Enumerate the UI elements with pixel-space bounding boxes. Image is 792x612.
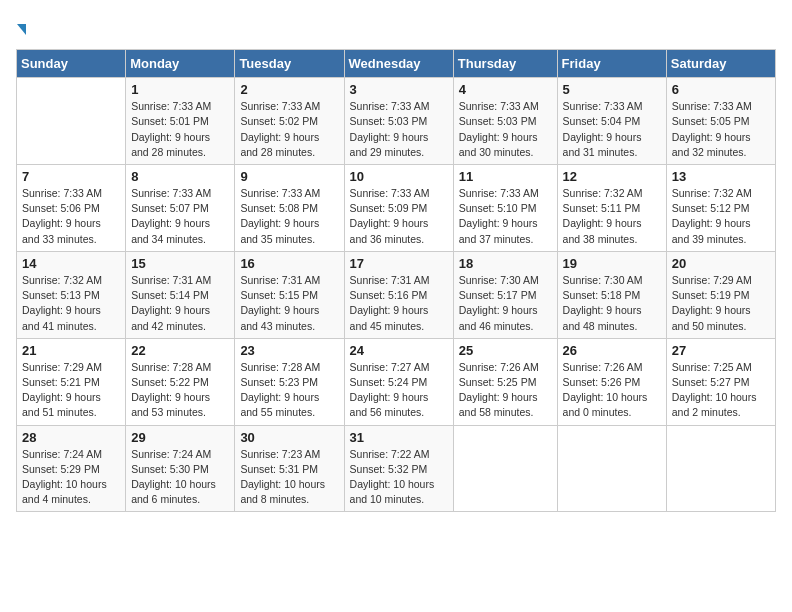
cell-info: Sunrise: 7:24 AM Sunset: 5:30 PM Dayligh… [131, 447, 229, 508]
calendar-cell: 27Sunrise: 7:25 AM Sunset: 5:27 PM Dayli… [666, 338, 775, 425]
cell-info: Sunrise: 7:28 AM Sunset: 5:22 PM Dayligh… [131, 360, 229, 421]
cell-info: Sunrise: 7:33 AM Sunset: 5:05 PM Dayligh… [672, 99, 770, 160]
cell-info: Sunrise: 7:26 AM Sunset: 5:25 PM Dayligh… [459, 360, 552, 421]
week-row-2: 7Sunrise: 7:33 AM Sunset: 5:06 PM Daylig… [17, 164, 776, 251]
cell-info: Sunrise: 7:31 AM Sunset: 5:16 PM Dayligh… [350, 273, 448, 334]
day-number: 2 [240, 82, 338, 97]
cell-info: Sunrise: 7:28 AM Sunset: 5:23 PM Dayligh… [240, 360, 338, 421]
calendar-cell: 28Sunrise: 7:24 AM Sunset: 5:29 PM Dayli… [17, 425, 126, 512]
day-number: 9 [240, 169, 338, 184]
cell-info: Sunrise: 7:33 AM Sunset: 5:03 PM Dayligh… [459, 99, 552, 160]
day-number: 30 [240, 430, 338, 445]
cell-info: Sunrise: 7:33 AM Sunset: 5:10 PM Dayligh… [459, 186, 552, 247]
day-number: 12 [563, 169, 661, 184]
calendar-cell: 12Sunrise: 7:32 AM Sunset: 5:11 PM Dayli… [557, 164, 666, 251]
day-number: 23 [240, 343, 338, 358]
calendar-cell: 17Sunrise: 7:31 AM Sunset: 5:16 PM Dayli… [344, 251, 453, 338]
calendar-cell: 22Sunrise: 7:28 AM Sunset: 5:22 PM Dayli… [126, 338, 235, 425]
day-number: 31 [350, 430, 448, 445]
calendar-cell: 4Sunrise: 7:33 AM Sunset: 5:03 PM Daylig… [453, 78, 557, 165]
calendar-cell: 7Sunrise: 7:33 AM Sunset: 5:06 PM Daylig… [17, 164, 126, 251]
calendar-cell: 13Sunrise: 7:32 AM Sunset: 5:12 PM Dayli… [666, 164, 775, 251]
calendar-cell: 5Sunrise: 7:33 AM Sunset: 5:04 PM Daylig… [557, 78, 666, 165]
cell-info: Sunrise: 7:32 AM Sunset: 5:11 PM Dayligh… [563, 186, 661, 247]
cell-info: Sunrise: 7:30 AM Sunset: 5:17 PM Dayligh… [459, 273, 552, 334]
header-cell-tuesday: Tuesday [235, 50, 344, 78]
page-header [16, 16, 776, 39]
day-number: 16 [240, 256, 338, 271]
day-number: 10 [350, 169, 448, 184]
day-number: 21 [22, 343, 120, 358]
day-number: 4 [459, 82, 552, 97]
day-number: 15 [131, 256, 229, 271]
cell-info: Sunrise: 7:33 AM Sunset: 5:09 PM Dayligh… [350, 186, 448, 247]
day-number: 28 [22, 430, 120, 445]
calendar-cell: 3Sunrise: 7:33 AM Sunset: 5:03 PM Daylig… [344, 78, 453, 165]
calendar-cell [17, 78, 126, 165]
calendar-cell: 30Sunrise: 7:23 AM Sunset: 5:31 PM Dayli… [235, 425, 344, 512]
header-cell-wednesday: Wednesday [344, 50, 453, 78]
cell-info: Sunrise: 7:31 AM Sunset: 5:14 PM Dayligh… [131, 273, 229, 334]
cell-info: Sunrise: 7:26 AM Sunset: 5:26 PM Dayligh… [563, 360, 661, 421]
cell-info: Sunrise: 7:23 AM Sunset: 5:31 PM Dayligh… [240, 447, 338, 508]
day-number: 24 [350, 343, 448, 358]
cell-info: Sunrise: 7:32 AM Sunset: 5:12 PM Dayligh… [672, 186, 770, 247]
day-number: 6 [672, 82, 770, 97]
cell-info: Sunrise: 7:33 AM Sunset: 5:03 PM Dayligh… [350, 99, 448, 160]
calendar-cell: 10Sunrise: 7:33 AM Sunset: 5:09 PM Dayli… [344, 164, 453, 251]
calendar-cell: 2Sunrise: 7:33 AM Sunset: 5:02 PM Daylig… [235, 78, 344, 165]
calendar-cell: 25Sunrise: 7:26 AM Sunset: 5:25 PM Dayli… [453, 338, 557, 425]
day-number: 27 [672, 343, 770, 358]
day-number: 29 [131, 430, 229, 445]
cell-info: Sunrise: 7:33 AM Sunset: 5:02 PM Dayligh… [240, 99, 338, 160]
cell-info: Sunrise: 7:33 AM Sunset: 5:08 PM Dayligh… [240, 186, 338, 247]
day-number: 7 [22, 169, 120, 184]
header-cell-thursday: Thursday [453, 50, 557, 78]
calendar-cell: 6Sunrise: 7:33 AM Sunset: 5:05 PM Daylig… [666, 78, 775, 165]
day-number: 19 [563, 256, 661, 271]
day-number: 5 [563, 82, 661, 97]
day-number: 3 [350, 82, 448, 97]
calendar-cell [666, 425, 775, 512]
header-cell-sunday: Sunday [17, 50, 126, 78]
calendar-cell: 21Sunrise: 7:29 AM Sunset: 5:21 PM Dayli… [17, 338, 126, 425]
calendar-cell: 11Sunrise: 7:33 AM Sunset: 5:10 PM Dayli… [453, 164, 557, 251]
logo [16, 16, 26, 39]
day-number: 20 [672, 256, 770, 271]
calendar-cell: 16Sunrise: 7:31 AM Sunset: 5:15 PM Dayli… [235, 251, 344, 338]
calendar-cell: 1Sunrise: 7:33 AM Sunset: 5:01 PM Daylig… [126, 78, 235, 165]
calendar-cell [557, 425, 666, 512]
cell-info: Sunrise: 7:33 AM Sunset: 5:01 PM Dayligh… [131, 99, 229, 160]
header-cell-saturday: Saturday [666, 50, 775, 78]
week-row-5: 28Sunrise: 7:24 AM Sunset: 5:29 PM Dayli… [17, 425, 776, 512]
day-number: 8 [131, 169, 229, 184]
calendar-cell: 15Sunrise: 7:31 AM Sunset: 5:14 PM Dayli… [126, 251, 235, 338]
header-row: SundayMondayTuesdayWednesdayThursdayFrid… [17, 50, 776, 78]
day-number: 14 [22, 256, 120, 271]
calendar-cell: 29Sunrise: 7:24 AM Sunset: 5:30 PM Dayli… [126, 425, 235, 512]
day-number: 17 [350, 256, 448, 271]
cell-info: Sunrise: 7:22 AM Sunset: 5:32 PM Dayligh… [350, 447, 448, 508]
calendar-cell: 19Sunrise: 7:30 AM Sunset: 5:18 PM Dayli… [557, 251, 666, 338]
day-number: 18 [459, 256, 552, 271]
calendar-cell: 31Sunrise: 7:22 AM Sunset: 5:32 PM Dayli… [344, 425, 453, 512]
cell-info: Sunrise: 7:33 AM Sunset: 5:07 PM Dayligh… [131, 186, 229, 247]
day-number: 1 [131, 82, 229, 97]
cell-info: Sunrise: 7:24 AM Sunset: 5:29 PM Dayligh… [22, 447, 120, 508]
cell-info: Sunrise: 7:33 AM Sunset: 5:04 PM Dayligh… [563, 99, 661, 160]
cell-info: Sunrise: 7:27 AM Sunset: 5:24 PM Dayligh… [350, 360, 448, 421]
cell-info: Sunrise: 7:29 AM Sunset: 5:19 PM Dayligh… [672, 273, 770, 334]
week-row-4: 21Sunrise: 7:29 AM Sunset: 5:21 PM Dayli… [17, 338, 776, 425]
cell-info: Sunrise: 7:30 AM Sunset: 5:18 PM Dayligh… [563, 273, 661, 334]
cell-info: Sunrise: 7:25 AM Sunset: 5:27 PM Dayligh… [672, 360, 770, 421]
calendar-cell: 20Sunrise: 7:29 AM Sunset: 5:19 PM Dayli… [666, 251, 775, 338]
calendar-table: SundayMondayTuesdayWednesdayThursdayFrid… [16, 49, 776, 512]
calendar-cell: 8Sunrise: 7:33 AM Sunset: 5:07 PM Daylig… [126, 164, 235, 251]
day-number: 11 [459, 169, 552, 184]
week-row-1: 1Sunrise: 7:33 AM Sunset: 5:01 PM Daylig… [17, 78, 776, 165]
week-row-3: 14Sunrise: 7:32 AM Sunset: 5:13 PM Dayli… [17, 251, 776, 338]
calendar-cell: 24Sunrise: 7:27 AM Sunset: 5:24 PM Dayli… [344, 338, 453, 425]
header-cell-friday: Friday [557, 50, 666, 78]
day-number: 26 [563, 343, 661, 358]
day-number: 13 [672, 169, 770, 184]
